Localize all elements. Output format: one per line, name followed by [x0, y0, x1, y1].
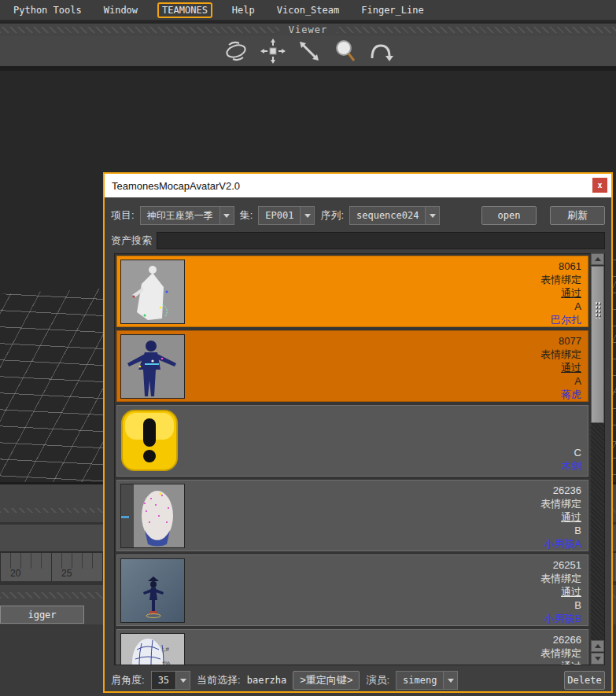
delete-button[interactable]: Delete — [564, 671, 605, 690]
current-selection-value: baerzha — [247, 675, 287, 686]
timeline-tick-label: 25 — [61, 568, 72, 579]
asset-row-26266[interactable]: :,# *% ~#- 26266 表情绑定 通过 — [116, 629, 588, 665]
asset-type: 表情绑定 — [540, 497, 581, 510]
shoulder-angle-select[interactable]: 35 — [151, 671, 190, 690]
dialog-title: TeamonesMocapAvatarV2.0 — [112, 180, 240, 192]
asset-info: 8077 表情绑定 通过 A 蒋虎 — [185, 334, 583, 398]
dialog-title-bar[interactable]: TeamonesMocapAvatarV2.0 x — [105, 174, 611, 197]
asset-status: 通过 — [561, 510, 581, 524]
asset-grade: B — [574, 598, 581, 612]
shoulder-angle-label: 肩角度: — [111, 673, 145, 687]
sequence-select[interactable]: sequence024 — [349, 206, 440, 225]
asset-info: 8061 表情绑定 通过 A 巴尔扎 — [185, 260, 583, 323]
search-row: 资产搜索 — [111, 231, 605, 250]
svg-text::,#: :,# — [162, 646, 169, 653]
timeline-tick-label: 20 — [10, 568, 20, 579]
current-selection-label: 当前选择: — [197, 673, 241, 687]
asset-status: 通过 — [561, 585, 581, 598]
project-select-value[interactable]: 神印王座第一季 — [140, 206, 219, 225]
actor-select-value[interactable]: simeng — [396, 671, 443, 690]
asset-status: 通过 — [561, 286, 581, 300]
undo-icon[interactable] — [367, 39, 394, 63]
menu-item-window[interactable]: Window — [101, 3, 140, 17]
asset-info: 26236 表情绑定 通过 B 小男孩A — [185, 484, 583, 547]
refresh-button[interactable]: 刷新 — [550, 206, 605, 225]
asset-grade: B — [574, 524, 581, 537]
menu-bar: Python Tools Window TEAMONES Help Vicon_… — [0, 0, 616, 20]
warning-icon — [120, 409, 185, 473]
asset-info: C 木剑 — [185, 409, 583, 473]
list-scrollbar[interactable] — [591, 253, 604, 665]
screen: Python Tools Window TEAMONES Help Vicon_… — [0, 0, 616, 696]
menu-item-finger-line[interactable]: Finger_Line — [359, 3, 426, 17]
retarget-button[interactable]: >重定向键> — [293, 671, 360, 690]
menu-item-teamones[interactable]: TEAMONES — [157, 2, 212, 18]
dialog-footer-row: 肩角度: 35 当前选择: baerzha >重定向键> 演员: simeng … — [111, 670, 605, 690]
search-input[interactable] — [157, 232, 605, 249]
pan-icon[interactable] — [260, 39, 286, 64]
asset-info: 26266 表情绑定 通过 — [185, 633, 583, 665]
chevron-down-icon[interactable] — [425, 206, 440, 225]
project-select[interactable]: 神印王座第一季 — [140, 206, 234, 225]
chevron-down-icon[interactable] — [175, 671, 190, 690]
episode-label: 集: — [240, 208, 253, 223]
actor-select[interactable]: simeng — [396, 671, 458, 690]
actor-label: 演员: — [366, 673, 389, 687]
asset-name: 木剑 — [561, 459, 581, 473]
sequence-select-value[interactable]: sequence024 — [349, 206, 425, 225]
asset-row-26251[interactable]: 26251 表情绑定 通过 B 小男孩B — [116, 554, 588, 626]
asset-grade: C — [574, 446, 581, 459]
asset-thumbnail — [120, 260, 185, 324]
scrollbar-track[interactable] — [591, 423, 604, 653]
scroll-down-button[interactable] — [591, 653, 604, 665]
asset-name: 小男孩A — [544, 537, 581, 551]
asset-row-26236[interactable]: 26236 表情绑定 通过 B 小男孩A — [116, 480, 588, 551]
asset-id: 8077 — [559, 334, 581, 348]
project-controls-row: 项目: 神印王座第一季 集: EP001 序列: sequence024 ope… — [111, 205, 605, 226]
asset-type: 表情绑定 — [540, 572, 581, 585]
trigger-button[interactable]: igger — [0, 606, 84, 624]
asset-status: 通过 — [561, 361, 581, 374]
asset-name: 巴尔扎 — [551, 313, 581, 326]
asset-row-mujian[interactable]: C 木剑 — [116, 405, 588, 477]
open-button[interactable]: open — [481, 206, 537, 225]
asset-id: 8061 — [559, 260, 581, 273]
asset-info: 26251 表情绑定 通过 B 小男孩B — [185, 558, 583, 622]
chevron-down-icon[interactable] — [219, 206, 234, 225]
menu-item-help[interactable]: Help — [230, 3, 257, 17]
asset-row-8077[interactable]: 8077 表情绑定 通过 A 蒋虎 — [116, 330, 588, 402]
chevron-down-icon[interactable] — [443, 671, 458, 690]
asset-name: 蒋虎 — [561, 388, 581, 401]
asset-id: 26251 — [553, 558, 581, 572]
hatch-texture — [337, 27, 616, 33]
scrollbar-thumb[interactable] — [591, 266, 604, 423]
episode-select[interactable]: EP001 — [258, 206, 315, 225]
asset-id: 26236 — [553, 484, 581, 497]
orbit-icon[interactable] — [223, 39, 249, 64]
dolly-icon[interactable] — [297, 39, 322, 64]
asset-grade: A — [574, 374, 581, 388]
search-label: 资产搜索 — [111, 234, 152, 248]
close-button[interactable]: x — [592, 178, 607, 193]
asset-thumbnail — [120, 558, 185, 623]
asset-id: 26266 — [553, 633, 581, 646]
asset-type: 表情绑定 — [540, 348, 581, 361]
episode-select-value[interactable]: EP001 — [258, 206, 300, 225]
asset-status: 通过 — [561, 660, 581, 665]
viewer-panel-header: Viewer — [0, 24, 616, 36]
viewer-title: Viewer — [279, 24, 337, 35]
svg-text:*%: *% — [162, 660, 170, 665]
asset-row-8061[interactable]: 8061 表情绑定 通过 A 巴尔扎 — [116, 256, 588, 327]
asset-type: 表情绑定 — [540, 646, 581, 660]
asset-name: 小男孩B — [544, 612, 581, 625]
scroll-up-button[interactable] — [591, 253, 604, 265]
chevron-down-icon[interactable] — [300, 206, 315, 225]
shoulder-angle-value[interactable]: 35 — [151, 671, 175, 690]
menu-item-python-tools[interactable]: Python Tools — [11, 3, 84, 17]
asset-grade: A — [574, 300, 581, 313]
sequence-label: 序列: — [320, 208, 344, 223]
project-label: 项目: — [111, 208, 135, 223]
menu-item-vicon-steam[interactable]: Vicon_Steam — [275, 3, 341, 17]
magnifier-icon[interactable] — [333, 39, 356, 64]
scroll-up-button-bottom[interactable] — [591, 640, 604, 652]
